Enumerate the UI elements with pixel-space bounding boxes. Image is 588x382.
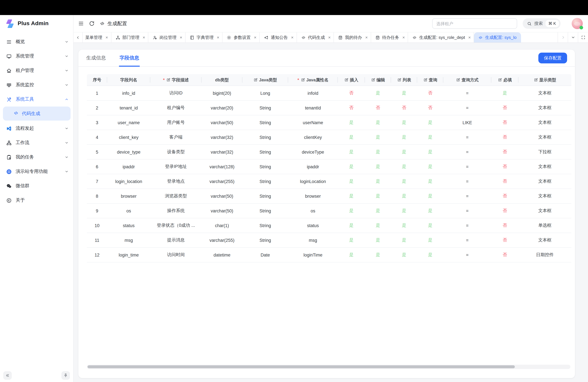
cell: 是: [338, 159, 365, 174]
tabs-scroll-right-button[interactable]: [558, 32, 568, 42]
column-header: 编辑: [365, 74, 391, 86]
close-icon[interactable]: ×: [143, 35, 145, 40]
tab-菜单管理[interactable]: 菜单管理×: [83, 32, 111, 42]
cell: =: [443, 174, 491, 189]
tab-生成配置-sys_role_dept[interactable]: 生成配置: sys_role_dept×: [408, 32, 474, 42]
cell: =: [443, 130, 491, 145]
sidebar-item-tenant-mgmt[interactable]: 租户管理: [0, 64, 73, 78]
tab-生成配置-sys_lo[interactable]: 生成配置: sys_lo: [474, 32, 521, 42]
sidebar-item-label: 工作流: [16, 140, 29, 146]
cell: String: [242, 233, 288, 248]
column-header: 显示类型: [518, 74, 571, 86]
avatar[interactable]: [572, 18, 583, 29]
sidebar-item-my-tasks[interactable]: 我的任务: [0, 150, 73, 164]
close-icon[interactable]: ×: [105, 35, 108, 40]
required-asterisk: *: [163, 77, 165, 82]
sidebar-item-overview[interactable]: 概览: [0, 35, 73, 49]
save-config-button[interactable]: 保存配置: [538, 53, 567, 64]
global-search[interactable]: 搜索 ⌘ K: [523, 18, 561, 29]
cell: 是: [391, 218, 417, 233]
close-icon[interactable]: ×: [291, 35, 294, 40]
cell: 是: [417, 130, 443, 145]
tabs-dropdown-button[interactable]: [568, 32, 578, 42]
cell: login_location: [107, 174, 150, 189]
sidebar-footer: [0, 371, 73, 380]
tab-待办任务[interactable]: 待办任务×: [371, 32, 408, 42]
sidebar-item-about[interactable]: 关于: [0, 193, 73, 208]
hamburger-menu-icon[interactable]: [78, 21, 84, 26]
cell: browser: [107, 189, 150, 204]
cell: 是: [338, 145, 365, 159]
code-icon: [412, 35, 417, 40]
close-icon[interactable]: ×: [468, 35, 471, 40]
edit-square-icon: [253, 78, 258, 82]
column-header: 序号: [87, 74, 107, 86]
tab-field-info[interactable]: 字段信息: [120, 50, 139, 66]
display-icon: [6, 82, 12, 88]
horizontal-scrollbar-thumb[interactable]: [87, 365, 515, 368]
cell: 操作系统: [150, 204, 202, 218]
cell: 文本框: [518, 174, 571, 189]
sidebar-item-label: 演示站专用功能: [16, 169, 48, 174]
close-icon[interactable]: ×: [328, 35, 331, 40]
tab-generate-info[interactable]: 生成信息: [86, 50, 106, 66]
cell: clientKey: [288, 130, 338, 145]
cell: 是: [391, 233, 417, 248]
tab-label: 菜单管理: [85, 35, 102, 40]
column-header: 字段列名: [107, 74, 150, 86]
cell: String: [242, 159, 288, 174]
sidebar-item-system-monitor[interactable]: 系统监控: [0, 78, 73, 92]
horizontal-scrollbar-track[interactable]: [87, 365, 570, 369]
close-icon[interactable]: ×: [180, 35, 182, 40]
cell: 是: [365, 159, 391, 174]
content-fullscreen-button[interactable]: [578, 32, 588, 42]
sidebar-item-code-generation[interactable]: 代码生成: [3, 106, 71, 121]
table-row: 5device_type设备类型varchar(32)StringdeviceT…: [87, 145, 571, 159]
sidebar-item-workflow[interactable]: 工作流: [0, 136, 73, 150]
tabs-scroll-left-button[interactable]: [74, 32, 83, 42]
cell: varchar(128): [202, 159, 242, 174]
cell: 是: [338, 189, 365, 204]
cell: 是: [417, 145, 443, 159]
refresh-icon[interactable]: [89, 21, 95, 26]
cell: 访问ID: [150, 86, 202, 101]
close-icon[interactable]: ×: [365, 35, 368, 40]
cell: varchar(255): [202, 174, 242, 189]
cell: 否: [491, 189, 518, 204]
cell: String: [242, 218, 288, 233]
tab-部门管理[interactable]: 部门管理×: [111, 32, 148, 42]
sidebar-collapse-button[interactable]: [3, 371, 12, 380]
cell: 是: [417, 218, 443, 233]
sidebar-item-wechat-group[interactable]: 微信群: [0, 179, 73, 193]
close-icon[interactable]: ×: [254, 35, 256, 40]
column-label: db类型: [215, 77, 229, 83]
tab-label: 我的待办: [345, 35, 362, 40]
table-row: 8browser浏览器类型varchar(50)Stringbrowser是是是…: [87, 189, 571, 204]
cell: 是: [365, 233, 391, 248]
sidebar-item-demo-features[interactable]: 演示站专用功能: [0, 164, 73, 179]
tab-字典管理[interactable]: 字典管理×: [186, 32, 223, 42]
sidebar-pin-button[interactable]: [62, 371, 70, 380]
sidebar-item-system-mgmt[interactable]: 系统管理: [0, 49, 73, 64]
tab-通知公告[interactable]: 通知公告×: [260, 32, 297, 42]
chevron-down-icon: [65, 141, 69, 145]
close-icon[interactable]: ×: [402, 35, 405, 40]
sidebar-item-system-tools[interactable]: 系统工具: [0, 92, 73, 106]
cell: 登录IP地址: [150, 159, 202, 174]
tab-参数设置[interactable]: 参数设置×: [223, 32, 260, 42]
cell: =: [443, 101, 491, 115]
book-icon: [190, 35, 194, 40]
tab-我的待办[interactable]: 我的待办×: [334, 32, 371, 42]
tab-岗位管理[interactable]: 岗位管理×: [148, 32, 185, 42]
vscode-icon: [6, 126, 12, 131]
cell: 10: [87, 218, 107, 233]
tab-代码生成[interactable]: 代码生成×: [297, 32, 334, 42]
tenant-select-input[interactable]: [432, 18, 517, 29]
cell: 是: [365, 130, 391, 145]
table-row: 1info_id访问IDbigint(20)LonginfoId否是是否=是文本…: [87, 86, 571, 101]
close-icon[interactable]: ×: [217, 35, 219, 40]
cell: 文本框: [518, 130, 571, 145]
cell: 是: [491, 86, 518, 101]
chevron-up-icon: [65, 97, 69, 101]
sidebar-item-process-start[interactable]: 流程发起: [0, 121, 73, 136]
